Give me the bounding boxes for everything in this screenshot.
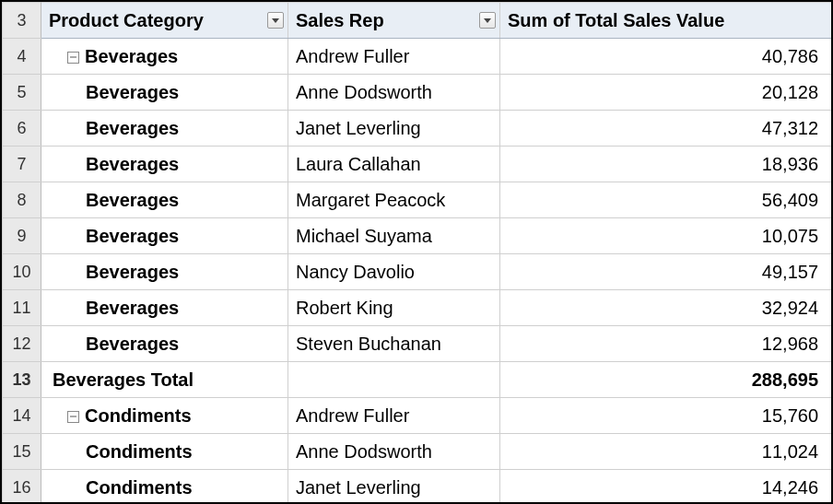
table-row: 9BeveragesMichael Suyama10,075 xyxy=(3,218,832,254)
value-cell[interactable]: 20,128 xyxy=(500,75,832,111)
table-row: 11BeveragesRobert King32,924 xyxy=(3,290,832,326)
table-row: 14CondimentsAndrew Fuller15,760 xyxy=(3,398,832,434)
table-row: 15CondimentsAnne Dodsworth11,024 xyxy=(3,434,832,470)
category-label: Condiments xyxy=(85,405,192,426)
value-cell[interactable]: 32,924 xyxy=(500,290,832,326)
rep-cell[interactable]: Janet Leverling xyxy=(288,470,500,505)
collapse-icon[interactable] xyxy=(67,411,79,423)
category-cell[interactable]: Beverages xyxy=(41,39,288,75)
header-label: Product Category xyxy=(49,10,204,30)
row-number[interactable]: 5 xyxy=(3,75,41,111)
category-label: Beverages Total xyxy=(53,369,194,390)
category-cell[interactable]: Beverages xyxy=(41,326,288,362)
rep-cell[interactable]: Laura Callahan xyxy=(288,147,500,182)
value-cell[interactable]: 14,246 xyxy=(500,470,832,505)
category-label: Beverages xyxy=(86,82,179,102)
header-row: 3Product CategorySales RepSum of Total S… xyxy=(3,3,832,39)
value-cell[interactable]: 10,075 xyxy=(500,218,832,254)
category-label: Beverages xyxy=(86,190,179,210)
row-number[interactable]: 3 xyxy=(3,3,41,39)
row-number[interactable]: 15 xyxy=(3,434,41,470)
row-number[interactable]: 11 xyxy=(3,290,41,326)
category-label: Beverages xyxy=(86,298,179,318)
category-label: Condiments xyxy=(86,477,193,498)
category-label: Beverages xyxy=(86,118,179,138)
category-label: Beverages xyxy=(86,154,179,174)
rep-cell[interactable]: Margaret Peacock xyxy=(288,182,500,218)
row-number[interactable]: 6 xyxy=(3,111,41,147)
category-cell[interactable]: Beverages xyxy=(41,111,288,147)
category-label: Beverages xyxy=(86,226,179,246)
header-label: Sum of Total Sales Value xyxy=(508,10,724,30)
value-cell[interactable]: 56,409 xyxy=(500,182,832,218)
category-cell[interactable]: Beverages xyxy=(41,75,288,111)
value-cell[interactable]: 12,968 xyxy=(500,326,832,362)
value-header[interactable]: Sum of Total Sales Value xyxy=(500,3,832,39)
row-number[interactable]: 7 xyxy=(3,147,41,182)
rep-header[interactable]: Sales Rep xyxy=(288,3,500,39)
table-row: 6BeveragesJanet Leverling47,312 xyxy=(3,111,832,147)
category-label: Beverages xyxy=(86,334,179,354)
row-number[interactable]: 9 xyxy=(3,218,41,254)
category-cell[interactable]: Beverages xyxy=(41,218,288,254)
rep-cell[interactable]: Andrew Fuller xyxy=(288,39,500,75)
row-number[interactable]: 13 xyxy=(3,362,41,398)
category-label: Beverages xyxy=(86,262,179,282)
value-cell[interactable]: 11,024 xyxy=(500,434,832,470)
rep-cell[interactable]: Robert King xyxy=(288,290,500,326)
category-cell[interactable]: Beverages xyxy=(41,254,288,290)
category-cell[interactable]: Beverages xyxy=(41,147,288,182)
category-cell[interactable]: Beverages xyxy=(41,290,288,326)
category-cell[interactable]: Beverages xyxy=(41,182,288,218)
category-cell[interactable]: Condiments xyxy=(41,398,288,434)
filter-dropdown-icon[interactable] xyxy=(267,12,284,29)
category-cell[interactable]: Condiments xyxy=(41,470,288,505)
category-header[interactable]: Product Category xyxy=(41,3,288,39)
filter-dropdown-icon[interactable] xyxy=(479,12,496,29)
rep-cell[interactable]: Janet Leverling xyxy=(288,111,500,147)
table-row: 7BeveragesLaura Callahan18,936 xyxy=(3,147,832,182)
total-row: 13Beverages Total288,695 xyxy=(3,362,832,398)
value-cell[interactable]: 40,786 xyxy=(500,39,832,75)
row-number[interactable]: 16 xyxy=(3,470,41,505)
row-number[interactable]: 12 xyxy=(3,326,41,362)
row-number[interactable]: 10 xyxy=(3,254,41,290)
pivot-table: 3Product CategorySales RepSum of Total S… xyxy=(2,2,832,504)
category-cell[interactable]: Condiments xyxy=(41,434,288,470)
table-row: 12BeveragesSteven Buchanan12,968 xyxy=(3,326,832,362)
row-number[interactable]: 14 xyxy=(3,398,41,434)
category-label: Beverages xyxy=(85,46,178,66)
row-number[interactable]: 8 xyxy=(3,182,41,218)
rep-cell[interactable] xyxy=(288,362,500,398)
collapse-icon[interactable] xyxy=(67,52,79,64)
header-label: Sales Rep xyxy=(296,10,384,30)
rep-cell[interactable]: Anne Dodsworth xyxy=(288,434,500,470)
value-cell[interactable]: 15,760 xyxy=(500,398,832,434)
rep-cell[interactable]: Nancy Davolio xyxy=(288,254,500,290)
rep-cell[interactable]: Michael Suyama xyxy=(288,218,500,254)
rep-cell[interactable]: Steven Buchanan xyxy=(288,326,500,362)
category-cell[interactable]: Beverages Total xyxy=(41,362,288,398)
table-row: 8BeveragesMargaret Peacock56,409 xyxy=(3,182,832,218)
table-row: 10BeveragesNancy Davolio49,157 xyxy=(3,254,832,290)
category-label: Condiments xyxy=(86,441,193,462)
value-cell[interactable]: 288,695 xyxy=(500,362,832,398)
spreadsheet: 3Product CategorySales RepSum of Total S… xyxy=(0,0,833,504)
table-row: 5BeveragesAnne Dodsworth20,128 xyxy=(3,75,832,111)
value-cell[interactable]: 18,936 xyxy=(500,147,832,182)
value-cell[interactable]: 47,312 xyxy=(500,111,832,147)
table-row: 16CondimentsJanet Leverling14,246 xyxy=(3,470,832,505)
rep-cell[interactable]: Andrew Fuller xyxy=(288,398,500,434)
row-number[interactable]: 4 xyxy=(3,39,41,75)
value-cell[interactable]: 49,157 xyxy=(500,254,832,290)
rep-cell[interactable]: Anne Dodsworth xyxy=(288,75,500,111)
table-row: 4BeveragesAndrew Fuller40,786 xyxy=(3,39,832,75)
